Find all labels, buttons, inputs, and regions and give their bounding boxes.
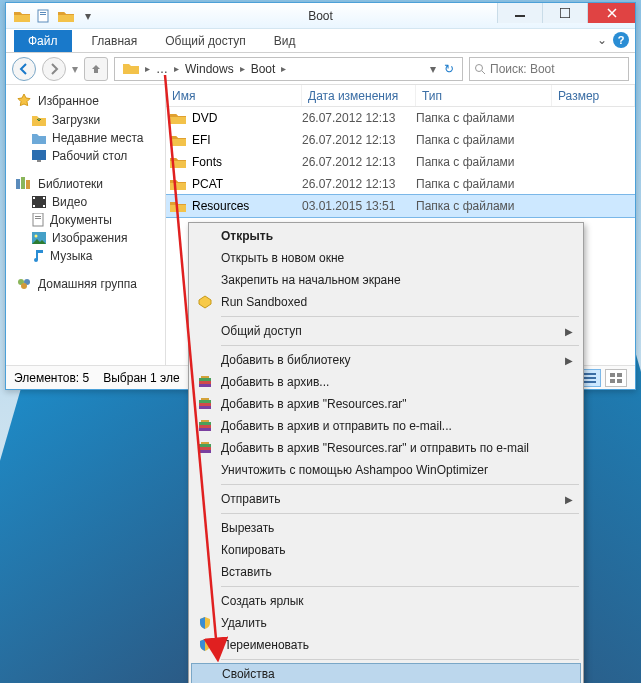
- nav-downloads[interactable]: Загрузки: [16, 111, 165, 129]
- cm-properties[interactable]: Свойства: [191, 663, 581, 683]
- titlebar[interactable]: ▾ Boot: [6, 3, 635, 29]
- ribbon: Файл Главная Общий доступ Вид ⌄ ?: [6, 29, 635, 53]
- minimize-button[interactable]: [497, 3, 542, 23]
- chevron-down-icon[interactable]: ▾: [78, 7, 98, 25]
- maximize-button[interactable]: [542, 3, 587, 23]
- col-size[interactable]: Размер: [552, 85, 635, 106]
- svg-rect-27: [610, 373, 615, 377]
- cm-add-archive-email[interactable]: Добавить в архив и отправить по e-mail..…: [191, 415, 581, 437]
- shield-icon: [195, 616, 215, 630]
- close-button[interactable]: [587, 3, 635, 23]
- cm-cut[interactable]: Вырезать: [191, 517, 581, 539]
- col-type[interactable]: Тип: [416, 85, 552, 106]
- shield-icon: [195, 638, 215, 652]
- svg-rect-2: [40, 14, 46, 15]
- cm-open[interactable]: Открыть: [191, 225, 581, 247]
- winrar-icon: [195, 375, 215, 389]
- qat-newfolder-icon[interactable]: [56, 7, 76, 25]
- svg-rect-9: [21, 177, 25, 189]
- address-dropdown-icon[interactable]: ▾: [426, 62, 440, 76]
- svg-point-20: [35, 235, 38, 238]
- cm-sharing[interactable]: Общий доступ▶: [191, 320, 581, 342]
- svg-rect-33: [199, 378, 211, 381]
- table-row[interactable]: Resources03.01.2015 13:51Папка с файлами: [166, 195, 635, 217]
- svg-rect-0: [38, 10, 48, 22]
- svg-rect-7: [37, 160, 41, 162]
- nav-pane: Избранное Загрузки Недавние места Рабочи…: [6, 85, 166, 365]
- cm-run-sandboxed[interactable]: Run Sandboxed: [191, 291, 581, 313]
- svg-rect-38: [199, 403, 211, 406]
- nav-favorites[interactable]: Избранное: [16, 91, 165, 111]
- forward-button[interactable]: [42, 57, 66, 81]
- nav-documents[interactable]: Документы: [16, 211, 165, 229]
- cm-add-archive[interactable]: Добавить в архив...: [191, 371, 581, 393]
- column-headers[interactable]: Имя Дата изменения Тип Размер: [166, 85, 635, 107]
- icons-view-button[interactable]: [605, 369, 627, 387]
- winrar-icon: [195, 441, 215, 455]
- svg-rect-47: [201, 442, 209, 444]
- cm-rename[interactable]: Переименовать: [191, 634, 581, 656]
- cm-delete[interactable]: Удалить: [191, 612, 581, 634]
- nav-music[interactable]: Музыка: [16, 247, 165, 265]
- back-button[interactable]: [12, 57, 36, 81]
- svg-rect-25: [584, 377, 596, 379]
- table-row[interactable]: Fonts26.07.2012 12:13Папка с файлами: [166, 151, 635, 173]
- cm-paste[interactable]: Вставить: [191, 561, 581, 583]
- col-name[interactable]: Имя: [166, 85, 302, 106]
- svg-rect-8: [16, 179, 20, 189]
- cm-destroy[interactable]: Уничтожить с помощью Ashampoo WinOptimiz…: [191, 459, 581, 481]
- cm-shortcut[interactable]: Создать ярлык: [191, 590, 581, 612]
- svg-rect-6: [32, 150, 46, 160]
- svg-rect-26: [584, 381, 596, 383]
- crumb-boot[interactable]: Boot: [247, 62, 280, 76]
- cm-add-library[interactable]: Добавить в библиотеку▶: [191, 349, 581, 371]
- cm-open-new[interactable]: Открыть в новом окне: [191, 247, 581, 269]
- file-tab[interactable]: Файл: [14, 30, 72, 52]
- search-input[interactable]: Поиск: Boot: [469, 57, 629, 81]
- nav-pictures[interactable]: Изображения: [16, 229, 165, 247]
- svg-rect-45: [199, 444, 211, 447]
- svg-rect-42: [199, 425, 211, 428]
- table-row[interactable]: PCAT26.07.2012 12:13Папка с файлами: [166, 173, 635, 195]
- breadcrumb[interactable]: ▸ … ▸ Windows ▸ Boot ▸ ▾ ↻: [114, 57, 463, 81]
- svg-rect-12: [33, 197, 35, 199]
- table-row[interactable]: EFI26.07.2012 12:13Папка с файлами: [166, 129, 635, 151]
- svg-rect-10: [26, 180, 30, 189]
- cm-add-archive-named[interactable]: Добавить в архив "Resources.rar": [191, 393, 581, 415]
- refresh-icon[interactable]: ↻: [440, 62, 458, 76]
- cm-add-archive-named-email[interactable]: Добавить в архив "Resources.rar" и отпра…: [191, 437, 581, 459]
- svg-rect-13: [33, 205, 35, 207]
- ribbon-expand-icon[interactable]: ⌄: [597, 33, 607, 47]
- folder-app-icon: [12, 7, 32, 25]
- svg-rect-41: [199, 422, 211, 425]
- tab-home[interactable]: Главная: [80, 30, 150, 52]
- up-button[interactable]: [84, 57, 108, 81]
- svg-rect-18: [35, 218, 41, 219]
- status-selection: Выбран 1 эле: [103, 371, 179, 385]
- svg-rect-4: [560, 8, 570, 18]
- crumb-windows[interactable]: Windows: [181, 62, 238, 76]
- nav-video[interactable]: Видео: [16, 193, 165, 211]
- winrar-icon: [195, 419, 215, 433]
- cm-send-to[interactable]: Отправить▶: [191, 488, 581, 510]
- svg-marker-31: [199, 296, 211, 308]
- tab-share[interactable]: Общий доступ: [153, 30, 258, 52]
- help-icon[interactable]: ?: [613, 32, 629, 48]
- cm-pin-start[interactable]: Закрепить на начальном экране: [191, 269, 581, 291]
- nav-libraries[interactable]: Библиотеки: [16, 175, 165, 193]
- svg-rect-30: [617, 379, 622, 383]
- search-placeholder: Поиск: Boot: [490, 62, 555, 76]
- history-dropdown-icon[interactable]: ▾: [72, 62, 78, 76]
- tab-view[interactable]: Вид: [262, 30, 308, 52]
- cm-copy[interactable]: Копировать: [191, 539, 581, 561]
- col-date[interactable]: Дата изменения: [302, 85, 416, 106]
- nav-recent[interactable]: Недавние места: [16, 129, 165, 147]
- svg-rect-14: [43, 197, 45, 199]
- nav-desktop[interactable]: Рабочий стол: [16, 147, 165, 165]
- table-row[interactable]: DVD26.07.2012 12:13Папка с файлами: [166, 107, 635, 129]
- nav-homegroup[interactable]: Домашняя группа: [16, 275, 165, 293]
- qat-properties-icon[interactable]: [34, 7, 54, 25]
- context-menu: Открыть Открыть в новом окне Закрепить н…: [188, 222, 584, 683]
- svg-rect-29: [610, 379, 615, 383]
- svg-rect-28: [617, 373, 622, 377]
